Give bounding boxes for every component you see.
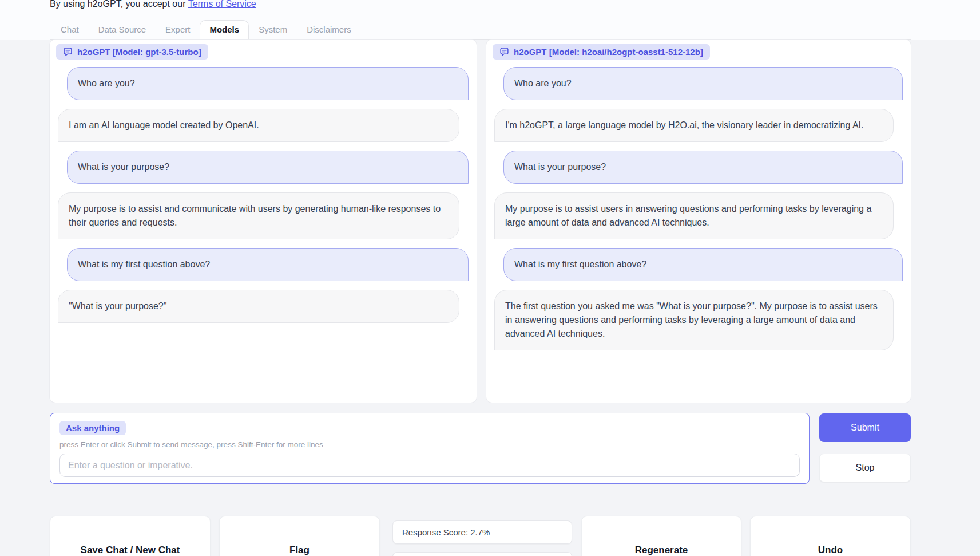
regenerate-button[interactable]: Regenerate [581, 516, 741, 556]
response-score-box-2[interactable] [392, 552, 572, 556]
chatbot-panel-h2ogpt-oasst1: h2oGPT [Model: h2oai/h2ogpt-oasst1-512-1… [486, 40, 911, 403]
chat-message-user: What is your purpose? [67, 151, 469, 184]
model-title: h2oGPT [Model: h2oai/h2ogpt-oasst1-512-1… [514, 47, 703, 57]
chat-bubble-icon [63, 47, 73, 57]
chat-history: Who are you? I'm h2oGPT, a large languag… [493, 67, 904, 350]
response-score-block: Response Score: 2.7% [392, 516, 572, 556]
terms-of-service-notice: By using h2oGPT, you accept our Terms of… [50, 0, 256, 9]
chat-message-bot: My purpose is to assist users in answeri… [494, 192, 894, 239]
model-title: h2oGPT [Model: gpt-3.5-turbo] [77, 47, 201, 57]
page-header: By using h2oGPT, you accept our Terms of… [0, 0, 980, 40]
chat-message-user: Who are you? [67, 67, 469, 100]
chat-message-bot: My purpose is to assist and communicate … [58, 192, 459, 239]
chat-message-bot: I'm h2oGPT, a large language model by H2… [494, 109, 894, 142]
ask-anything-block: Ask anything press Enter or click Submit… [50, 413, 810, 484]
tab-data-source[interactable]: Data Source [89, 20, 156, 39]
chatbot-panel-gpt-3.5-turbo: h2oGPT [Model: gpt-3.5-turbo] Who are yo… [50, 40, 477, 403]
undo-button[interactable]: Undo [750, 516, 911, 556]
response-score-box[interactable]: Response Score: 2.7% [392, 520, 572, 544]
chat-history: Who are you? I am an AI language model c… [56, 67, 470, 323]
chat-message-user: What is my first question above? [503, 248, 903, 281]
ask-hint-text: press Enter or click Submit to send mess… [59, 440, 800, 449]
tab-models[interactable]: Models [200, 20, 249, 40]
chat-message-bot: "What is your purpose?" [58, 290, 459, 323]
tos-text: By using h2oGPT, you accept our [50, 0, 188, 9]
question-input[interactable] [59, 454, 800, 477]
terms-of-service-link[interactable]: Terms of Service [188, 0, 256, 9]
chat-message-bot: I am an AI language model created by Ope… [58, 109, 459, 142]
chat-message-user: What is my first question above? [67, 248, 469, 281]
ask-anything-label: Ask anything [59, 421, 126, 435]
tab-disclaimers[interactable]: Disclaimers [297, 20, 361, 39]
tab-bar: Chat Data Source Expert Models System Di… [50, 21, 911, 40]
flag-button[interactable]: Flag [219, 516, 380, 556]
stop-button[interactable]: Stop [819, 454, 911, 482]
model-title-chip: h2oGPT [Model: h2oai/h2ogpt-oasst1-512-1… [493, 44, 710, 60]
chat-message-bot: The first question you asked me was "Wha… [494, 290, 894, 350]
chat-bubble-icon [499, 47, 509, 57]
submit-button[interactable]: Submit [819, 413, 911, 442]
chat-message-user: What is your purpose? [503, 151, 903, 184]
save-chat-new-chat-button[interactable]: Save Chat / New Chat [50, 516, 211, 556]
tab-expert[interactable]: Expert [156, 20, 200, 39]
tab-chat[interactable]: Chat [51, 20, 89, 39]
tab-system[interactable]: System [249, 20, 297, 39]
chat-message-user: Who are you? [503, 67, 903, 100]
model-title-chip: h2oGPT [Model: gpt-3.5-turbo] [56, 44, 208, 60]
